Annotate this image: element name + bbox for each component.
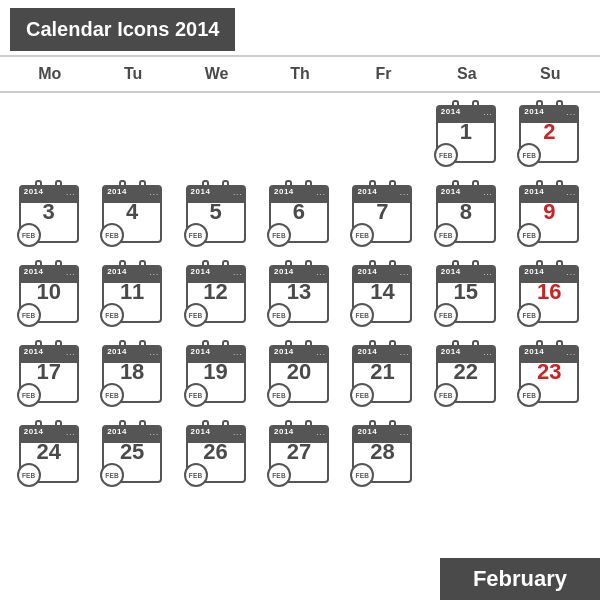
day-number: 12 [186,279,246,303]
cal-day-15[interactable]: 2014...15FEB [425,257,508,335]
day-header-fr: Fr [342,61,425,87]
day-number: 28 [352,439,412,463]
day-number: 14 [352,279,412,303]
cal-day-24[interactable]: 2014...24FEB [8,417,91,495]
day-number: 13 [269,279,329,303]
cal-empty [425,417,508,495]
cal-day-17[interactable]: 2014...17FEB [8,337,91,415]
cal-day-4[interactable]: 2014...4FEB [91,177,174,255]
cal-empty [509,417,592,495]
day-number: 9 [519,199,579,223]
day-number: 8 [436,199,496,223]
day-number: 5 [186,199,246,223]
cal-day-11[interactable]: 2014...11FEB [91,257,174,335]
day-header-su: Su [509,61,592,87]
day-number: 7 [352,199,412,223]
day-header-th: Th [258,61,341,87]
cal-day-19[interactable]: 2014...19FEB [175,337,258,415]
day-number: 17 [19,359,79,383]
day-number: 6 [269,199,329,223]
day-number: 25 [102,439,162,463]
cal-day-18[interactable]: 2014...18FEB [91,337,174,415]
cal-day-9[interactable]: 2014...9FEB [509,177,592,255]
day-header-tu: Tu [91,61,174,87]
cal-day-16[interactable]: 2014...16FEB [509,257,592,335]
day-number: 16 [519,279,579,303]
day-number: 15 [436,279,496,303]
cal-empty [342,97,425,175]
cal-day-3[interactable]: 2014...3FEB [8,177,91,255]
cal-day-5[interactable]: 2014...5FEB [175,177,258,255]
day-number: 19 [186,359,246,383]
day-number: 2 [519,119,579,143]
cal-day-10[interactable]: 2014...10FEB [8,257,91,335]
day-header-mo: Mo [8,61,91,87]
day-number: 1 [436,119,496,143]
cal-day-27[interactable]: 2014...27FEB [258,417,341,495]
day-number: 21 [352,359,412,383]
cal-empty [175,97,258,175]
day-number: 11 [102,279,162,303]
cal-day-21[interactable]: 2014...21FEB [342,337,425,415]
day-number: 27 [269,439,329,463]
cal-day-22[interactable]: 2014...22FEB [425,337,508,415]
cal-day-13[interactable]: 2014...13FEB [258,257,341,335]
cal-day-7[interactable]: 2014...7FEB [342,177,425,255]
cal-day-12[interactable]: 2014...12FEB [175,257,258,335]
cal-empty [8,97,91,175]
day-number: 10 [19,279,79,303]
cal-day-20[interactable]: 2014...20FEB [258,337,341,415]
cal-day-28[interactable]: 2014...28FEB [342,417,425,495]
day-header-sa: Sa [425,61,508,87]
page-title: Calendar Icons 2014 [10,8,235,51]
day-number: 3 [19,199,79,223]
day-number: 26 [186,439,246,463]
day-number: 22 [436,359,496,383]
day-number: 24 [19,439,79,463]
cal-day-8[interactable]: 2014...8FEB [425,177,508,255]
cal-day-2[interactable]: 2014...2FEB [509,97,592,175]
calendar-grid: 2014...1FEB2014...2FEB2014...3FEB2014...… [0,93,600,499]
cal-day-23[interactable]: 2014...23FEB [509,337,592,415]
day-number: 4 [102,199,162,223]
cal-day-6[interactable]: 2014...6FEB [258,177,341,255]
page-title-bar: Calendar Icons 2014 [0,0,600,55]
day-number: 20 [269,359,329,383]
cal-day-25[interactable]: 2014...25FEB [91,417,174,495]
month-footer: February [440,558,600,600]
cal-empty [258,97,341,175]
cal-empty [91,97,174,175]
cal-day-1[interactable]: 2014...1FEB [425,97,508,175]
cal-day-14[interactable]: 2014...14FEB [342,257,425,335]
cal-day-26[interactable]: 2014...26FEB [175,417,258,495]
day-number: 18 [102,359,162,383]
day-header-we: We [175,61,258,87]
day-number: 23 [519,359,579,383]
day-headers-row: MoTuWeThFrSaSu [0,55,600,93]
